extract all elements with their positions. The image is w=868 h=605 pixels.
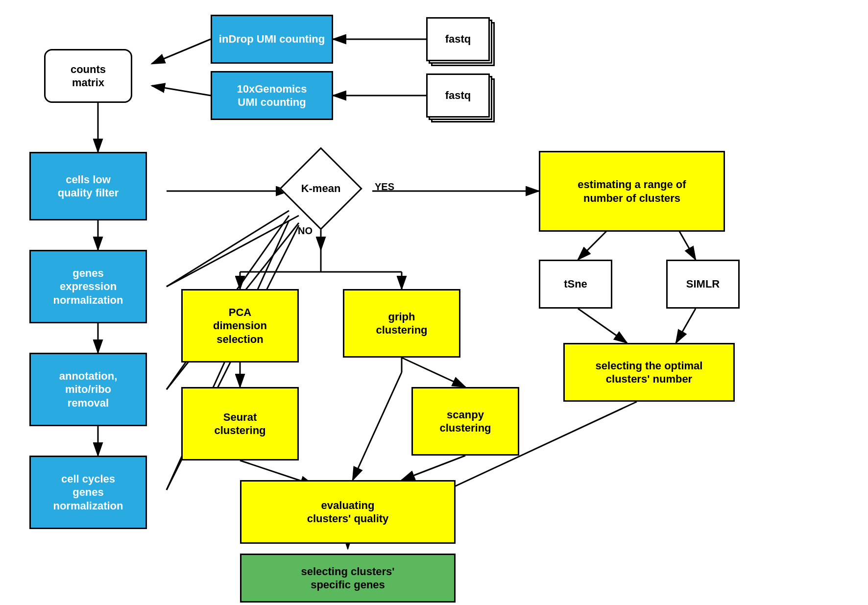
evaluating-node: evaluatingclusters' quality [240, 480, 456, 544]
svg-line-4 [152, 86, 211, 96]
svg-line-10 [167, 211, 289, 287]
svg-line-28 [578, 309, 627, 343]
kmean-label: K-mean [301, 182, 341, 195]
svg-line-29 [676, 309, 696, 343]
fastq2-label: fastq [426, 73, 490, 118]
svg-line-22 [353, 372, 402, 480]
selecting-genes-node: selecting clusters'specific genes [240, 554, 456, 603]
svg-line-23 [402, 358, 465, 387]
genomics-node: 10xGenomicsUMI counting [211, 71, 333, 120]
optimal-clusters-node: selecting the optimalclusters' number [563, 343, 735, 402]
genes-norm-node: genesexpressionnormalization [29, 250, 147, 323]
counts-matrix-node: countsmatrix [44, 49, 132, 103]
cell-cycles-node: cell cyclesgenesnormalization [29, 456, 147, 529]
svg-line-24 [402, 456, 465, 480]
svg-line-3 [152, 39, 211, 64]
seurat-node: Seuratclustering [181, 387, 299, 460]
annotation-node: annotation,mito/riboremoval [29, 353, 147, 426]
kmean-diamond-wrapper: K-mean [289, 157, 353, 220]
griph-node: griphclustering [343, 289, 460, 358]
estimating-node: estimating a range ofnumber of clusters [539, 151, 725, 232]
pca-node: PCAdimensionselection [181, 289, 299, 363]
svg-line-31 [167, 216, 299, 287]
cells-filter-node: cells lowquality filter [29, 152, 147, 220]
flowchart-diagram: fastq fastq inDrop UMI counting 10xGenom… [0, 0, 868, 605]
indrop-node: inDrop UMI counting [211, 15, 333, 64]
scanpy-node: scanpyclustering [411, 387, 519, 456]
simlr-node: SIMLR [666, 260, 740, 309]
kmean-yes-label: YES [375, 181, 394, 193]
kmean-no-label: NO [298, 225, 313, 237]
fastq1-label: fastq [426, 17, 490, 61]
tsne-node: tSne [539, 260, 612, 309]
